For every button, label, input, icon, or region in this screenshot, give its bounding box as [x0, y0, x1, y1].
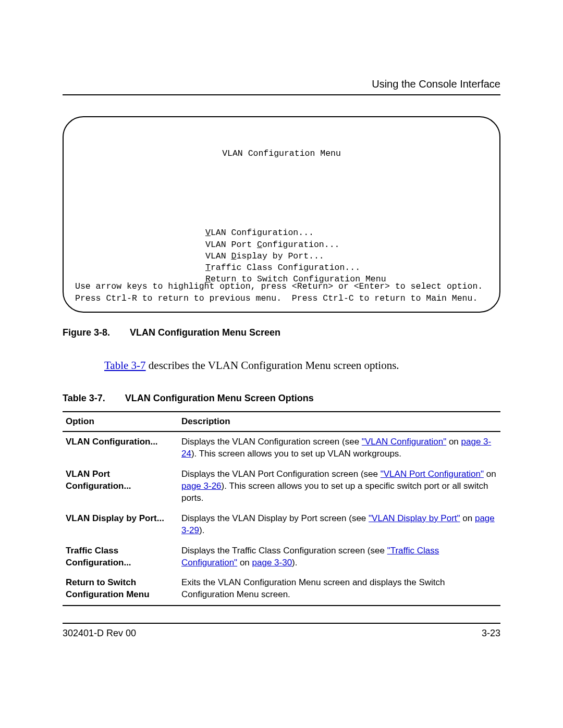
footer-rule — [63, 623, 500, 624]
page-footer: 302401-D Rev 00 3-23 — [63, 628, 500, 639]
table-row: VLAN Port Configuration... Displays the … — [63, 464, 500, 509]
doc-id: 302401-D Rev 00 — [63, 628, 136, 639]
xref-link[interactable]: page 3-30 — [252, 558, 292, 567]
header-rule — [63, 94, 500, 95]
figure-label: Figure 3-8. — [63, 327, 110, 338]
table-row: VLAN Display by Port... Displays the VLA… — [63, 509, 500, 541]
console-footer: Use arrow keys to highlight option, pres… — [75, 281, 488, 304]
option-cell: Return to Switch Configuration Menu — [63, 573, 178, 606]
page-number: 3-23 — [482, 628, 500, 639]
desc-cell: Exits the VLAN Configuration Menu screen… — [178, 573, 500, 606]
xref-link[interactable]: page 3-26 — [181, 481, 222, 491]
menu-item: VLAN Port Configuration... — [205, 240, 339, 250]
table-label: Table 3-7. — [63, 393, 105, 403]
menu-item: VLAN Configuration... — [205, 228, 314, 238]
figure-caption: Figure 3-8.VLAN Configuration Menu Scree… — [63, 327, 500, 338]
option-cell: VLAN Display by Port... — [63, 509, 178, 541]
col-description: Description — [178, 412, 500, 431]
desc-cell: Displays the VLAN Display by Port screen… — [178, 509, 500, 541]
page: Using the Console Interface VLAN Configu… — [0, 0, 563, 639]
table-row: Traffic Class Configuration... Displays … — [63, 541, 500, 573]
desc-cell: Displays the VLAN Configuration screen (… — [178, 431, 500, 464]
chapter-title: Using the Console Interface — [63, 78, 500, 90]
menu-item: Traffic Class Configuration... — [205, 263, 360, 273]
xref-link[interactable]: "VLAN Configuration" — [362, 437, 446, 447]
option-cell: VLAN Port Configuration... — [63, 464, 178, 509]
figure-title: VLAN Configuration Menu Screen — [130, 327, 280, 338]
col-option: Option — [63, 412, 178, 431]
console-menu: VLAN Configuration... VLAN Port Configur… — [205, 227, 488, 285]
desc-cell: Displays the VLAN Port Configuration scr… — [178, 464, 500, 509]
table-xref-link[interactable]: Table 3-7 — [104, 359, 146, 372]
menu-item: VLAN Display by Port... — [205, 251, 324, 261]
xref-link[interactable]: "VLAN Display by Port" — [369, 513, 460, 523]
desc-cell: Displays the Traffic Class Configuration… — [178, 541, 500, 573]
body-paragraph: Table 3-7 describes the VLAN Configurati… — [104, 359, 500, 372]
console-screen: VLAN Configuration Menu VLAN Configurati… — [63, 116, 500, 313]
table-title: VLAN Configuration Menu Screen Options — [125, 393, 314, 403]
options-table: Option Description VLAN Configuration...… — [63, 411, 500, 606]
xref-link[interactable]: "VLAN Port Configuration" — [381, 469, 484, 479]
option-cell: Traffic Class Configuration... — [63, 541, 178, 573]
console-title: VLAN Configuration Menu — [75, 148, 488, 159]
option-cell: VLAN Configuration... — [63, 431, 178, 464]
table-caption: Table 3-7.VLAN Configuration Menu Screen… — [63, 393, 500, 404]
table-row: Return to Switch Configuration Menu Exit… — [63, 573, 500, 606]
table-row: VLAN Configuration... Displays the VLAN … — [63, 431, 500, 464]
